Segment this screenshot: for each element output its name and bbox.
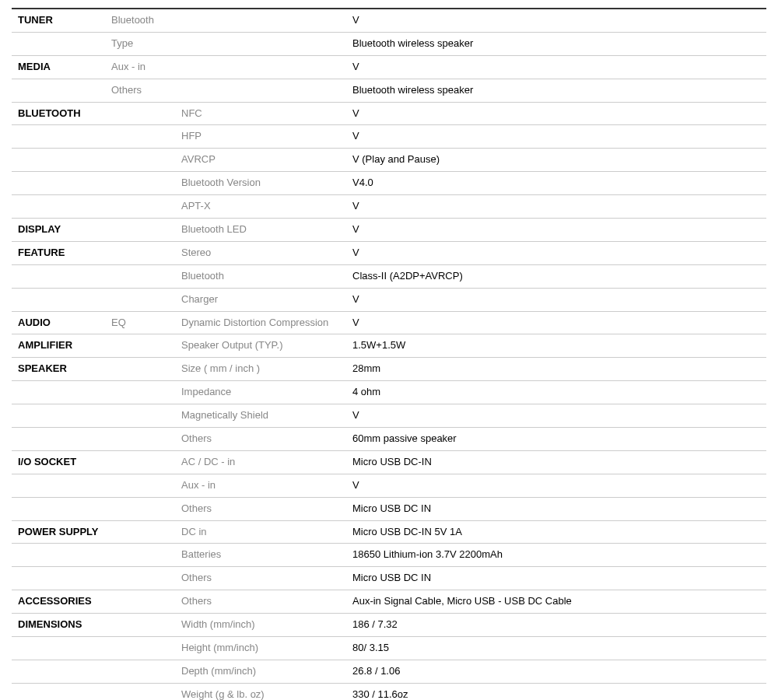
spec-table: TUNERBluetoothVTypeBluetooth wireless sp…	[12, 8, 766, 700]
subcategory-cell: Type	[105, 32, 175, 55]
value-cell: V	[346, 404, 766, 428]
category-cell	[12, 149, 105, 172]
category-cell: AUDIO	[12, 311, 105, 334]
spec-cell: Bluetooth Version	[175, 172, 346, 195]
spec-cell: Others	[175, 428, 346, 451]
spec-cell: Speaker Output (TYP.)	[175, 334, 346, 358]
value-cell: V4.0	[346, 172, 766, 195]
spec-cell: Weight (g & lb. oz)	[175, 683, 346, 700]
category-cell	[12, 497, 105, 520]
spec-cell: AVRCP	[175, 149, 346, 172]
table-row: TypeBluetooth wireless speaker	[12, 32, 766, 55]
spec-cell: NFC	[175, 102, 346, 125]
category-cell: DIMENSIONS	[12, 614, 105, 637]
category-cell: SPEAKER	[12, 358, 105, 381]
category-cell	[12, 404, 105, 428]
value-cell: Micro USB DC-IN	[346, 450, 766, 474]
value-cell: V	[346, 195, 766, 219]
category-cell	[12, 381, 105, 404]
category-cell: AMPLIFIER	[12, 334, 105, 358]
spec-cell: Height (mm/inch)	[175, 637, 346, 660]
spec-cell	[175, 9, 346, 32]
value-cell: 28mm	[346, 358, 766, 381]
table-row: ChargerV	[12, 288, 766, 311]
value-cell: 1.5W+1.5W	[346, 334, 766, 358]
spec-cell	[175, 79, 346, 102]
spec-cell: Size ( mm / inch )	[175, 358, 346, 381]
subcategory-cell	[105, 450, 175, 474]
subcategory-cell	[105, 614, 175, 637]
subcategory-cell	[105, 264, 175, 288]
value-cell: 330 / 11.6oz	[346, 683, 766, 700]
subcategory-cell	[105, 637, 175, 660]
table-row: Aux - inV	[12, 474, 766, 497]
value-cell: V	[346, 9, 766, 32]
subcategory-cell	[105, 102, 175, 125]
spec-cell: Others	[175, 567, 346, 590]
value-cell: 26.8 / 1.06	[346, 660, 766, 683]
subcategory-cell	[105, 358, 175, 381]
subcategory-cell	[105, 590, 175, 614]
table-row: Others60mm passive speaker	[12, 428, 766, 451]
table-row: APT-XV	[12, 195, 766, 219]
value-cell: V	[346, 311, 766, 334]
value-cell: Micro USB DC IN	[346, 497, 766, 520]
subcategory-cell	[105, 195, 175, 219]
category-cell	[12, 195, 105, 219]
spec-cell: Depth (mm/inch)	[175, 660, 346, 683]
value-cell: V	[346, 288, 766, 311]
table-row: OthersMicro USB DC IN	[12, 497, 766, 520]
table-row: AVRCPV (Play and Pause)	[12, 149, 766, 172]
table-row: DIMENSIONSWidth (mm/inch)186 / 7.32	[12, 614, 766, 637]
subcategory-cell	[105, 544, 175, 567]
category-cell	[12, 637, 105, 660]
value-cell: Micro USB DC-IN 5V 1A	[346, 520, 766, 544]
table-row: Impedance4 ohm	[12, 381, 766, 404]
category-cell	[12, 264, 105, 288]
value-cell: Micro USB DC IN	[346, 567, 766, 590]
value-cell: 80/ 3.15	[346, 637, 766, 660]
spec-cell	[175, 32, 346, 55]
value-cell: Bluetooth wireless speaker	[346, 79, 766, 102]
value-cell: V	[346, 219, 766, 242]
table-row: Weight (g & lb. oz)330 / 11.6oz	[12, 683, 766, 700]
value-cell: V	[346, 241, 766, 264]
subcategory-cell	[105, 172, 175, 195]
table-row: BluetoothClass-II (A2DP+AVRCP)	[12, 264, 766, 288]
spec-cell: Impedance	[175, 381, 346, 404]
category-cell: DISPLAY	[12, 219, 105, 242]
category-cell: FEATURE	[12, 241, 105, 264]
value-cell: V	[346, 474, 766, 497]
subcategory-cell	[105, 334, 175, 358]
category-cell	[12, 544, 105, 567]
subcategory-cell	[105, 241, 175, 264]
subcategory-cell	[105, 497, 175, 520]
category-cell	[12, 125, 105, 149]
table-row: Height (mm/inch)80/ 3.15	[12, 637, 766, 660]
spec-cell: APT-X	[175, 195, 346, 219]
value-cell: 18650 Lithium-ion 3.7V 2200mAh	[346, 544, 766, 567]
table-row: AMPLIFIERSpeaker Output (TYP.)1.5W+1.5W	[12, 334, 766, 358]
category-cell	[12, 79, 105, 102]
table-row: AUDIOEQDynamic Distortion CompressionV	[12, 311, 766, 334]
category-cell	[12, 683, 105, 700]
value-cell: 4 ohm	[346, 381, 766, 404]
table-row: POWER SUPPLYDC inMicro USB DC-IN 5V 1A	[12, 520, 766, 544]
subcategory-cell	[105, 219, 175, 242]
table-row: MEDIAAux - inV	[12, 55, 766, 79]
value-cell: Bluetooth wireless speaker	[346, 32, 766, 55]
subcategory-cell	[105, 149, 175, 172]
table-row: OthersMicro USB DC IN	[12, 567, 766, 590]
spec-cell: Stereo	[175, 241, 346, 264]
subcategory-cell	[105, 683, 175, 700]
value-cell: Aux-in Signal Cable, Micro USB - USB DC …	[346, 590, 766, 614]
spec-cell: AC / DC - in	[175, 450, 346, 474]
spec-cell	[175, 55, 346, 79]
spec-cell: Charger	[175, 288, 346, 311]
table-row: FEATUREStereoV	[12, 241, 766, 264]
value-cell: Class-II (A2DP+AVRCP)	[346, 264, 766, 288]
subcategory-cell	[105, 474, 175, 497]
spec-cell: Magnetically Shield	[175, 404, 346, 428]
subcategory-cell: Bluetooth	[105, 9, 175, 32]
subcategory-cell: Others	[105, 79, 175, 102]
